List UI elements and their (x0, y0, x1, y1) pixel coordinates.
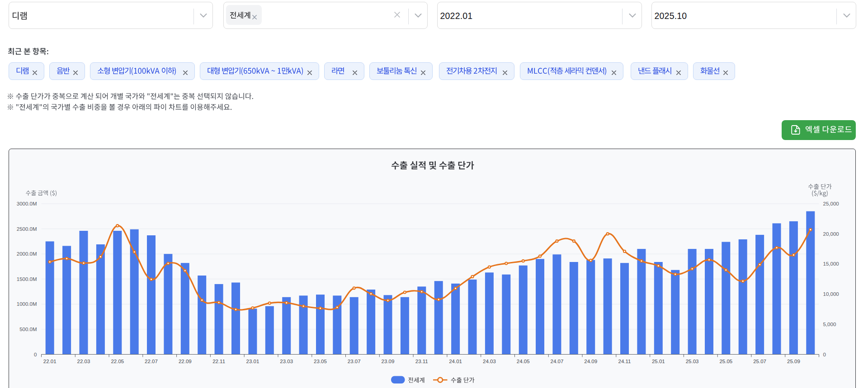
svg-text:25.09: 25.09 (787, 359, 800, 364)
svg-text:25.05: 25.05 (719, 359, 732, 364)
svg-text:22.07: 22.07 (145, 359, 158, 364)
svg-text:22.09: 22.09 (178, 359, 191, 364)
svg-text:25,000: 25,000 (823, 201, 839, 206)
svg-text:24.07: 24.07 (550, 359, 563, 364)
svg-text:23.09: 23.09 (381, 359, 394, 364)
svg-text:23.01: 23.01 (246, 359, 259, 364)
svg-text:1000.0M: 1000.0M (16, 301, 37, 307)
svg-text:24.03: 24.03 (483, 359, 496, 364)
svg-text:25.01: 25.01 (651, 359, 665, 364)
svg-text:23.05: 23.05 (314, 359, 327, 364)
svg-text:23.07: 23.07 (347, 359, 360, 364)
svg-text:2500.0M: 2500.0M (16, 226, 37, 232)
svg-text:24.11: 24.11 (618, 359, 631, 364)
svg-text:22.11: 22.11 (212, 359, 225, 364)
svg-text:22.01: 22.01 (43, 359, 56, 364)
svg-text:15,000: 15,000 (823, 261, 839, 266)
svg-text:0: 0 (823, 352, 826, 357)
svg-text:23.03: 23.03 (280, 359, 293, 364)
svg-text:20,000: 20,000 (823, 231, 839, 237)
svg-text:25.03: 25.03 (685, 359, 698, 364)
svg-text:24.01: 24.01 (449, 359, 462, 364)
svg-text:10,000: 10,000 (823, 291, 839, 297)
svg-text:500.0M: 500.0M (19, 327, 37, 332)
svg-text:24.09: 24.09 (584, 359, 597, 364)
svg-text:24.05: 24.05 (516, 359, 529, 364)
svg-text:2000.0M: 2000.0M (16, 251, 37, 257)
svg-text:5,000: 5,000 (823, 322, 836, 327)
svg-text:23.11: 23.11 (415, 359, 428, 364)
svg-text:0: 0 (34, 352, 37, 357)
svg-text:22.03: 22.03 (77, 359, 90, 364)
svg-text:22.05: 22.05 (111, 359, 124, 364)
svg-text:25.07: 25.07 (753, 359, 766, 364)
svg-text:1500.0M: 1500.0M (16, 276, 37, 282)
svg-text:3000.0M: 3000.0M (16, 201, 37, 206)
